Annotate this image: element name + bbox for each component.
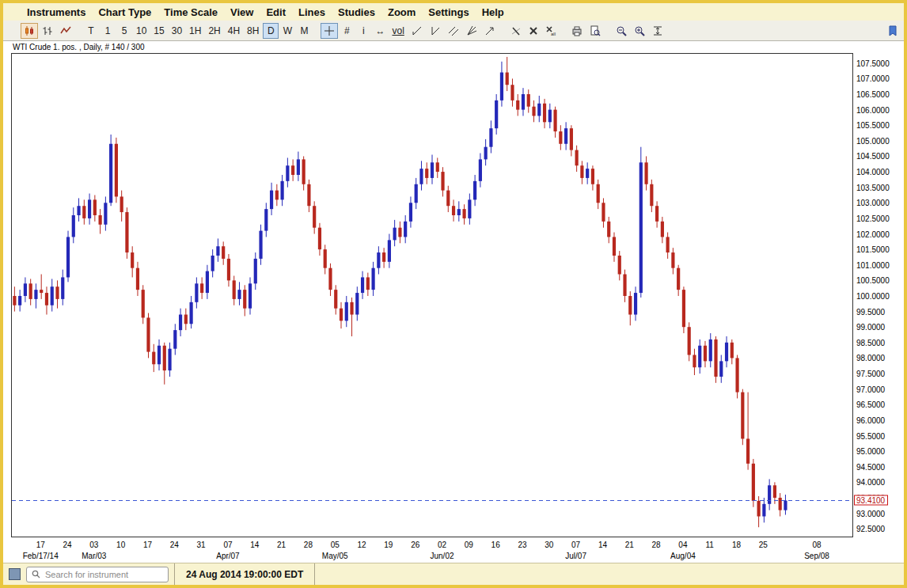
x-axis-month-label: Jul/07 — [565, 552, 586, 560]
bookmark-icon[interactable] — [888, 25, 899, 36]
candle — [580, 165, 583, 178]
x-axis-label: 12 — [358, 541, 366, 549]
candle — [746, 438, 750, 463]
x-axis-label: 26 — [411, 541, 419, 549]
candle — [275, 191, 279, 200]
timeframe-weekly-button[interactable]: W — [279, 23, 295, 39]
candle — [762, 504, 765, 517]
fan-lines-button[interactable] — [463, 23, 480, 39]
timeframe-tick-button[interactable]: T — [83, 23, 99, 39]
price-axis-label: 99.0000 — [856, 323, 885, 332]
candle — [302, 159, 305, 184]
timeframe-30-button[interactable]: 30 — [169, 23, 185, 39]
parallel-lines-button[interactable] — [445, 23, 462, 39]
price-axis-label: 102.5000 — [856, 214, 890, 222]
timeframe-5-button[interactable]: 5 — [116, 23, 132, 39]
candle — [259, 231, 262, 259]
price-axis-label: 92.5000 — [856, 525, 885, 533]
print-preview-button[interactable] — [586, 23, 604, 39]
timeframe-8h-button[interactable]: 8H — [244, 23, 262, 39]
candle — [666, 237, 670, 252]
zoom-in-button[interactable] — [631, 23, 648, 39]
color-swatch-button[interactable] — [9, 568, 21, 580]
volume-button[interactable]: vol — [389, 23, 407, 39]
candle — [623, 275, 626, 296]
menu-item-instruments[interactable]: Instruments — [21, 5, 92, 20]
clock-timestamp: 24 Aug 2014 19:00:00 EDT — [174, 563, 315, 585]
candle — [99, 215, 102, 225]
menu-item-chart-type[interactable]: Chart Type — [92, 5, 157, 20]
instrument-search[interactable] — [26, 567, 169, 582]
candle — [768, 485, 771, 504]
expand-horizontal-button[interactable]: ↔ — [372, 23, 388, 39]
menu-item-settings[interactable]: Settings — [422, 5, 475, 20]
candle — [398, 228, 401, 237]
candle — [393, 228, 397, 241]
print-button[interactable] — [568, 23, 586, 39]
candle — [72, 215, 75, 237]
menu-item-help[interactable]: Help — [476, 5, 510, 20]
timeframe-4h-button[interactable]: 4H — [225, 23, 243, 39]
timeframe-1h-button[interactable]: 1H — [186, 23, 204, 39]
candle — [82, 206, 85, 218]
candle — [146, 317, 150, 351]
candle — [195, 283, 198, 302]
delete-button[interactable] — [526, 23, 541, 39]
candle — [522, 94, 525, 110]
timeframe-1-button[interactable]: 1 — [100, 23, 116, 39]
timeframe-15-button[interactable]: 15 — [150, 23, 167, 39]
candle — [55, 286, 59, 299]
fit-chart-button[interactable] — [649, 23, 666, 39]
timeframe-daily-button[interactable]: D — [263, 23, 279, 39]
price-axis-label: 94.5000 — [856, 462, 885, 471]
price-axis-label: 96.5000 — [856, 400, 885, 409]
search-icon — [32, 567, 40, 582]
grid-button[interactable]: # — [339, 23, 355, 39]
menu-item-lines[interactable]: Lines — [292, 5, 332, 20]
x-axis[interactable]: 17Feb/17/142403Mar/031017243107Apr/07142… — [11, 537, 853, 563]
chart-title: WTI Crude 1. pos. , Daily, # 140 / 300 — [11, 42, 902, 53]
delete-all-button[interactable]: all — [542, 23, 560, 39]
crosshair-button[interactable] — [321, 23, 338, 39]
zoom-out-button[interactable] — [613, 23, 630, 39]
candlestick-plot[interactable] — [12, 54, 852, 537]
candle — [313, 206, 316, 227]
line-chart-button[interactable] — [57, 23, 74, 39]
plot-area[interactable] — [11, 53, 853, 537]
menu-item-studies[interactable]: Studies — [332, 5, 381, 20]
menu-item-zoom[interactable]: Zoom — [381, 5, 422, 20]
search-input[interactable] — [44, 569, 163, 580]
candle — [77, 206, 80, 215]
menu-item-edit[interactable]: Edit — [260, 5, 292, 20]
candle — [495, 101, 498, 128]
candle — [484, 147, 488, 160]
timeframe-10-button[interactable]: 10 — [133, 23, 150, 39]
info-button[interactable]: i — [355, 23, 371, 39]
candle — [184, 315, 188, 324]
menu-item-time-scale[interactable]: Time Scale — [157, 5, 224, 20]
trendline-button[interactable] — [408, 23, 426, 39]
timeframe-monthly-button[interactable]: M — [296, 23, 312, 39]
toolbar: T151015301H2H4H8HDWM#i↔volall — [3, 21, 904, 41]
remove-line-button[interactable] — [507, 23, 525, 39]
price-axis-label: 97.0000 — [856, 385, 885, 393]
candle — [779, 498, 782, 510]
statusbar-left — [3, 563, 169, 585]
price-axis-label: 105.0000 — [856, 136, 890, 145]
candle — [527, 94, 530, 107]
price-axis[interactable]: 107.5000107.0000106.5000106.0000105.5000… — [853, 53, 902, 563]
candle — [88, 199, 91, 218]
candle — [436, 162, 439, 172]
candle — [479, 159, 482, 180]
candlestick-chart-button[interactable] — [21, 23, 38, 39]
bar-chart-button[interactable] — [39, 23, 56, 39]
price-axis-label: 104.0000 — [856, 168, 890, 176]
ray-line-button[interactable] — [427, 23, 444, 39]
price-axis-label: 106.5000 — [856, 89, 890, 98]
candle — [543, 104, 546, 123]
candle — [355, 293, 359, 314]
arrow-line-button[interactable] — [481, 23, 499, 39]
timeframe-2h-button[interactable]: 2H — [205, 23, 223, 39]
price-axis-label: 95.5000 — [856, 431, 885, 440]
menu-item-view[interactable]: View — [224, 5, 260, 20]
